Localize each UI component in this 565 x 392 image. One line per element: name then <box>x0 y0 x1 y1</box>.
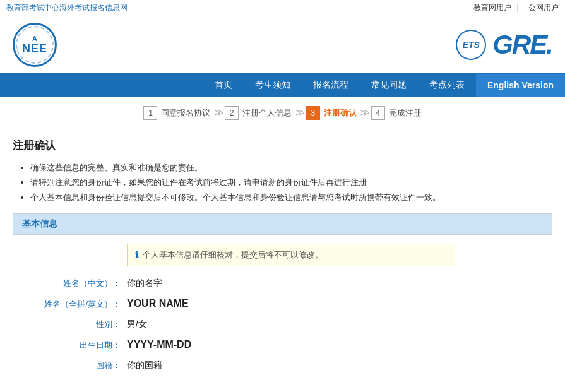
logo-container: A NEE <box>13 23 57 67</box>
step-1-label: 同意报名协议 <box>161 107 210 119</box>
nav-faq[interactable]: 常见问题 <box>360 73 418 97</box>
step-arrow-1: >> <box>214 107 221 119</box>
step-4: 4 完成注册 <box>371 106 422 120</box>
nee-logo: A NEE <box>13 23 57 67</box>
header-right-logos: ETS GRE. <box>456 30 552 60</box>
page-title: 注册确认 <box>13 138 552 153</box>
site-title: 教育部考试中心海外考试报名信息网 <box>6 3 128 13</box>
label-chinese-name: 姓名（中文）： <box>26 278 127 289</box>
public-network-link[interactable]: 公网用户 <box>528 3 559 12</box>
notice-item-2: 请特别注意您的身份证件，如果您的证件在考试前将过期，请申请新的身份证件后再进行注… <box>30 175 552 189</box>
value-chinese-name: 你的名字 <box>127 278 162 289</box>
basic-info-section: 基本信息 ℹ 个人基本信息请仔细核对，提交后将不可以修改。 姓名（中文）： 你的… <box>13 213 552 389</box>
field-nationality: 国籍： 你的国籍 <box>26 360 539 371</box>
main-content: 注册确认 确保这些信息的完整、真实和准确是您的责任。 请特别注意您的身份证件，如… <box>0 129 565 392</box>
step-2-label: 注册个人信息 <box>242 107 292 119</box>
step-3-label: 注册确认 <box>324 107 357 119</box>
logo-a-letter: A <box>32 35 37 42</box>
header: A NEE ETS GRE. <box>0 16 565 73</box>
label-gender: 性别： <box>26 319 127 330</box>
step-3: 3 注册确认 <box>306 106 357 120</box>
basic-info-body: ℹ 个人基本信息请仔细核对，提交后将不可以修改。 姓名（中文）： 你的名字 姓名… <box>13 235 552 389</box>
step-1-num: 1 <box>143 106 157 120</box>
ets-logo: ETS <box>456 30 486 60</box>
step-3-num: 3 <box>306 106 320 120</box>
basic-info-header: 基本信息 <box>13 214 552 235</box>
label-dob: 出生日期： <box>26 340 127 351</box>
value-nationality: 你的国籍 <box>127 360 162 371</box>
field-dob: 出生日期： YYYY-MM-DD <box>26 339 539 351</box>
nav-locations[interactable]: 考点列表 <box>418 73 476 97</box>
step-4-num: 4 <box>371 106 385 120</box>
nav-english[interactable]: English Version <box>476 74 565 97</box>
edu-network-link[interactable]: 教育网用户 <box>473 3 511 12</box>
step-arrow-3: >> <box>360 107 367 119</box>
nav-home[interactable]: 首页 <box>203 73 244 97</box>
nav-bar: 首页 考生须知 报名流程 常见问题 考点列表 English Version <box>0 73 565 97</box>
step-1: 1 同意报名协议 <box>143 106 210 120</box>
field-gender: 性别： 男/女 <box>26 319 539 330</box>
label-nationality: 国籍： <box>26 360 127 371</box>
info-icon: ℹ <box>135 249 139 261</box>
info-notice-box: ℹ 个人基本信息请仔细核对，提交后将不可以修改。 <box>127 244 455 266</box>
value-english-name: YOUR NAME <box>127 298 189 309</box>
info-notice-text: 个人基本信息请仔细核对，提交后将不可以修改。 <box>143 249 323 261</box>
value-gender: 男/女 <box>127 319 147 330</box>
notice-item-1: 确保这些信息的完整、真实和准确是您的责任。 <box>30 160 552 175</box>
progress-bar: 1 同意报名协议 >> 2 注册个人信息 >> 3 注册确认 >> 4 完成注册 <box>0 97 565 129</box>
top-bar: 教育部考试中心海外考试报名信息网 教育网用户 ｜ 公网用户 <box>0 0 565 16</box>
notice-item-3: 个人基本信息和身份验证信息提交后不可修改。个人基本信息和身份验证信息请与您考试时… <box>30 190 552 205</box>
nav-process[interactable]: 报名流程 <box>302 73 360 97</box>
step-2-num: 2 <box>225 106 239 120</box>
field-chinese-name: 姓名（中文）： 你的名字 <box>26 278 539 289</box>
nav-requirements[interactable]: 考生须知 <box>244 73 302 97</box>
field-english-name: 姓名（全拼/英文）： YOUR NAME <box>26 298 539 310</box>
step-4-label: 完成注册 <box>389 107 422 119</box>
gre-logo: GRE. <box>492 30 552 60</box>
label-english-name: 姓名（全拼/英文）： <box>26 299 127 310</box>
notice-list: 确保这些信息的完整、真实和准确是您的责任。 请特别注意您的身份证件，如果您的证件… <box>13 160 552 205</box>
step-arrow-2: >> <box>295 107 302 119</box>
value-dob: YYYY-MM-DD <box>127 339 191 350</box>
step-2: 2 注册个人信息 <box>225 106 292 120</box>
top-bar-links: 教育网用户 ｜ 公网用户 <box>468 3 559 13</box>
